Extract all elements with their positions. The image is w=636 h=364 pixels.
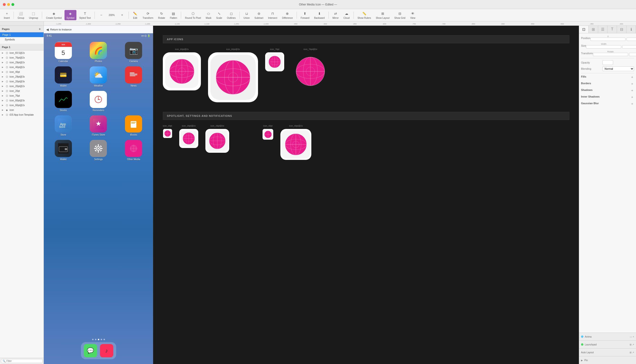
add-inner-shadow-button[interactable]: + [630, 95, 634, 100]
rotate-input[interactable] [593, 53, 628, 56]
list-item[interactable]: Settings [88, 140, 109, 160]
tab-align[interactable]: ⊡ [579, 26, 589, 33]
round-to-pixel-button[interactable]: ⬡ Round To Pixel [183, 10, 203, 20]
list-item[interactable]: ★ iTunes Store [88, 116, 109, 136]
list-item[interactable]: iBooks [123, 116, 144, 136]
layer-item[interactable]: ▶ ⬡ icon_40pt [0, 70, 44, 74]
layer-item[interactable]: ▶ ⬡ iOS App Icon Template [0, 112, 44, 117]
list-item[interactable]: Other Media [123, 140, 144, 160]
add-shadow-button[interactable]: + [630, 88, 634, 93]
layer-item[interactable]: ▶ ⬡ icon_20pt@2x [0, 84, 44, 88]
add-fill-button[interactable]: + [630, 75, 634, 80]
create-symbol-button[interactable]: ◈ Create Symbol [44, 10, 64, 20]
layer-item[interactable]: ▶ ◈ icon [0, 108, 44, 112]
tab-3[interactable]: ☰ [598, 26, 608, 33]
list-item[interactable]: App Store Store [53, 116, 74, 136]
icon-preview-item[interactable]: icon_60pt@3x [208, 48, 258, 102]
y-input[interactable] [626, 38, 636, 41]
icon-preview-item[interactable]: icon_40pt@2x [280, 125, 311, 160]
layer-item[interactable]: ▶ ⬡ icon_29pt@2x [0, 60, 44, 65]
icon-preview-item[interactable]: icon_60pt@2x [163, 48, 201, 102]
icon-preview-item[interactable]: icon_40pt [263, 125, 273, 160]
canvas-area[interactable]: ◀ Return to Instance 9:41 ▪▪▪ ⌬ 🔋 SUN [44, 26, 579, 364]
list-item[interactable]: 📷 Camera [123, 42, 144, 62]
filter-input[interactable] [7, 360, 41, 362]
symbol-button[interactable]: ◈ Symbol [65, 10, 76, 20]
list-item[interactable]: 🌈 Photos [88, 42, 109, 62]
flatten-button[interactable]: ▤ Flatten [168, 10, 179, 20]
edit-button[interactable]: ✏️ Edit [131, 10, 140, 20]
scale-button[interactable]: ⤡ Scale [214, 10, 224, 20]
symbols-item[interactable]: Symbols [0, 37, 44, 42]
tab-2[interactable]: ⊞ [589, 26, 598, 33]
layer-item[interactable]: ▶ ⬡ icon_60pt@2x [0, 103, 44, 108]
x-input[interactable] [590, 38, 625, 41]
layer-item[interactable]: ▶ ⬡ icon_20pt@3x [0, 79, 44, 84]
backward-button[interactable]: ⬇ Backward [312, 10, 327, 20]
title-bar: Other Media Icon — Edited — [0, 0, 636, 9]
cloud-button[interactable]: ☁ Cloud [342, 10, 352, 20]
mask-button[interactable]: ⬭ Mask [204, 10, 213, 20]
list-item[interactable]: 💳 Wallet [53, 66, 74, 87]
show-grid-button[interactable]: ⊟ Show Grid [392, 10, 407, 20]
layer-item[interactable]: ▶ ⬡ icon_40pt@2x [0, 65, 44, 70]
zoom-in-button[interactable]: ＋ [118, 12, 127, 19]
icon-preview-item[interactable]: icon_76pt [265, 48, 284, 102]
maximize-button[interactable] [12, 3, 14, 6]
icon-preview-item[interactable]: icon_76pt@2x [291, 48, 329, 102]
icon-preview-item[interactable]: icon_29pt [163, 125, 172, 160]
view-button[interactable]: 👁 View [408, 10, 417, 20]
group-button[interactable]: ⬜ Group [16, 10, 26, 20]
ungroup-button[interactable]: ⬚ Ungroup [27, 10, 40, 20]
toolbar-separator-3 [95, 12, 95, 19]
intersect-button[interactable]: ⊓ Intersect [266, 10, 279, 20]
transform-button[interactable]: ⟳ Transform [141, 10, 155, 20]
layer-item[interactable]: ▶ ⬡ icon_29pt@3x [0, 74, 44, 79]
layer-arrow: ▶ [2, 90, 4, 92]
minimize-button[interactable] [7, 3, 10, 6]
layer-item[interactable]: ▶ ⬡ icon_76pt [0, 93, 44, 98]
main-canvas[interactable]: APP ICONS icon_60pt@2x [153, 26, 579, 364]
insert-button[interactable]: ＋ Insert [2, 10, 12, 20]
outlines-button[interactable]: ◻ Outlines [225, 10, 238, 20]
add-border-button[interactable]: + [630, 81, 634, 86]
add-gaussian-blur-button[interactable]: + [630, 101, 634, 106]
list-item[interactable]: SUN 5 Calendar [53, 42, 74, 62]
tab-inspect[interactable]: ℹ [626, 26, 636, 33]
list-item[interactable]: Reminders [88, 91, 109, 112]
styled-text-button[interactable]: T Styled Text [77, 10, 93, 20]
list-item[interactable]: News [123, 66, 144, 87]
layer-item[interactable]: ▶ ⬡ icon_60pt@3x [0, 98, 44, 103]
zoom-out-button[interactable]: − [97, 12, 106, 19]
flip-input[interactable] [629, 53, 636, 56]
icon-preview-item[interactable]: icon_29pt@3x [205, 125, 229, 160]
layer-item[interactable]: ▶ ⬡ icon_83.5@2x [0, 50, 44, 55]
dock-music-icon[interactable]: ♪ [100, 344, 113, 357]
add-page-button[interactable]: + [38, 27, 42, 31]
page-1-item[interactable]: Page 1 [0, 32, 44, 37]
tab-4[interactable]: T [607, 26, 617, 33]
dock-messages-icon[interactable]: 💬 [84, 344, 97, 357]
forward-button[interactable]: ⬆ Forward [299, 10, 311, 20]
show-rulers-button[interactable]: 📏 Show Rulers [356, 10, 373, 20]
blending-select[interactable]: Normal Multiply Screen Overlay [602, 66, 634, 71]
return-to-instance-banner[interactable]: ◀ Return to Instance [44, 26, 153, 33]
close-button[interactable] [3, 3, 6, 6]
layer-item[interactable]: ▶ ⬡ icon_20pt [0, 88, 44, 93]
layer-item[interactable]: ▶ ⬡ icon_76pt@2x [0, 55, 44, 60]
width-input[interactable] [586, 45, 621, 48]
difference-button[interactable]: ⊕ Difference [280, 10, 295, 20]
union-button[interactable]: ⊔ Union [242, 10, 252, 20]
subtract-button[interactable]: ⊖ Subtract [253, 10, 265, 20]
list-item[interactable]: Wallet [53, 140, 74, 160]
tab-5[interactable]: ⊟ [617, 26, 626, 33]
mirror-button[interactable]: ⇄ Mirror [331, 10, 341, 20]
show-layout-button[interactable]: ⊞ Show Layout [374, 10, 392, 20]
zoom-value-display[interactable]: 200% [107, 13, 117, 17]
opacity-input[interactable] [602, 60, 613, 65]
list-item[interactable]: Stocks [53, 91, 74, 112]
icon-preview-item[interactable]: icon_29pt@2x [179, 125, 198, 160]
rotate-button[interactable]: ↻ Rotate [156, 10, 167, 20]
list-item[interactable]: ⛅ Weather [88, 66, 109, 87]
height-input[interactable] [622, 45, 636, 48]
